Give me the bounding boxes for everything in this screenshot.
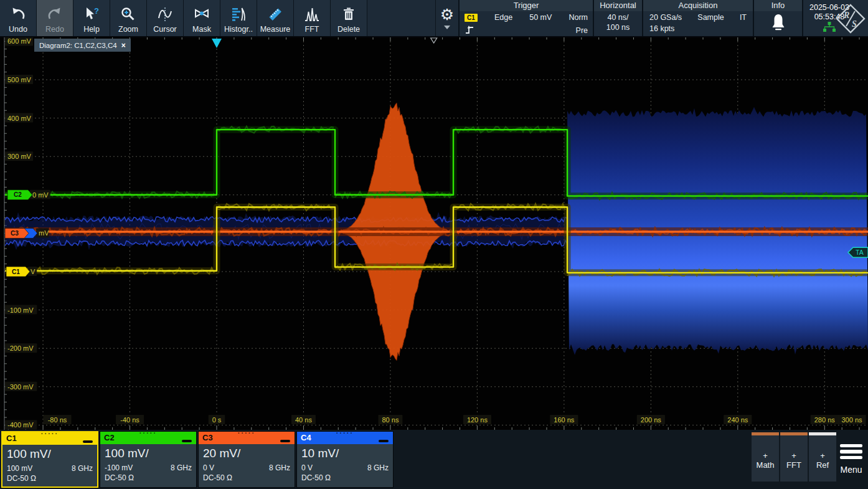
channel-coupling: DC-50 Ω: [105, 473, 192, 482]
undo-button[interactable]: Undo: [0, 0, 37, 36]
y-axis-label-partial: mV: [39, 229, 49, 237]
minimize-button[interactable]: [280, 440, 290, 442]
drag-handle-dots[interactable]: ·····: [199, 429, 295, 437]
x-axis-label: 200 ns: [641, 416, 662, 424]
y-axis-label: 400 mV: [7, 115, 32, 122]
svg-text:?: ?: [94, 6, 99, 16]
undo-icon: [10, 4, 26, 25]
gear-icon: ⚙: [440, 7, 454, 22]
menu-button[interactable]: Menu: [836, 430, 867, 489]
channel-offset: 0 V: [301, 463, 313, 472]
fft-color-bar: [780, 432, 808, 435]
help-button[interactable]: ? Help: [73, 0, 110, 36]
minimize-button[interactable]: [83, 440, 93, 443]
channel-coupling: DC-50 Ω: [7, 474, 93, 483]
channel-bar: C1····· 100 mV/ 100 mV8 GHz DC-50 Ω C2··…: [0, 430, 868, 489]
drag-handle-dots[interactable]: ·····: [297, 429, 393, 437]
toolbar-spacer: [367, 0, 436, 36]
y-axis-label: -200 mV: [7, 344, 34, 352]
x-axis-label: 40 ns: [295, 416, 312, 424]
channel-scale: 100 mV/: [7, 447, 93, 461]
y-axis-label: 500 mV: [7, 76, 32, 83]
rohde-schwarz-logo: RS: [835, 3, 866, 36]
redo-icon: [47, 4, 63, 25]
fft-icon: [304, 4, 320, 25]
x-axis-label: 160 ns: [554, 416, 575, 424]
channel-scale: 10 mV/: [301, 447, 389, 460]
sample-rate: 20 GSa/s: [649, 13, 682, 22]
diagram-tab[interactable]: Diagram2: C1,C2,C3,C4 ×: [34, 39, 131, 52]
cursor-button[interactable]: Cursor: [147, 0, 184, 36]
reference-point-marker[interactable]: [431, 38, 437, 43]
channel-offset: -100 mV: [105, 463, 133, 472]
x-axis-label: 120 ns: [467, 416, 488, 424]
channel-bandwidth: 8 GHz: [269, 463, 290, 472]
y-axis-label: -100 mV: [7, 306, 34, 314]
info-section[interactable]: Info: [754, 0, 803, 36]
close-icon[interactable]: ×: [121, 41, 126, 50]
drag-handle-dots[interactable]: ·····: [100, 429, 196, 437]
drag-handle-dots[interactable]: ·····: [2, 430, 97, 437]
math-color-bar: [752, 432, 779, 435]
measure-ruler-icon: [267, 4, 283, 25]
diagram-tab-label: Diagram2: C1,C2,C3,C4: [39, 42, 117, 49]
add-math-button[interactable]: + Math: [752, 432, 779, 482]
x-axis-label: 80 ns: [382, 416, 399, 424]
waveform-diagram[interactable]: 600 mV500 mV400 mV300 mV-100 mV-200 mV-3…: [0, 37, 868, 430]
x-axis-label: -80 ns: [48, 416, 67, 424]
hamburger-icon: [840, 444, 862, 448]
top-toolbar: Undo Redo ? Help Zoom Cursor Mask: [0, 0, 868, 37]
ref-color-bar: [809, 432, 836, 435]
horizontal-scale: 40 ns/: [607, 13, 628, 22]
delete-button[interactable]: Delete: [331, 0, 367, 36]
svg-text:S: S: [852, 19, 857, 29]
trigger-level-tag-label: TA: [856, 249, 864, 256]
trigger-position-marker[interactable]: [212, 39, 222, 48]
x-axis-label: 300 ns: [841, 416, 862, 424]
y-axis-label: -400 mV: [7, 421, 34, 429]
rising-edge-icon: [465, 24, 474, 37]
redo-button[interactable]: Redo: [37, 0, 73, 36]
channel-badge-c1[interactable]: C1····· 100 mV/ 100 mV8 GHz DC-50 Ω: [1, 431, 98, 488]
channel-marker-label: C1: [12, 268, 20, 275]
y-axis-label: 300 mV: [7, 153, 32, 160]
trigger-section[interactable]: Trigger C1 Edge 50 mV Norm Pre: [460, 0, 594, 36]
add-fft-button[interactable]: + FFT: [780, 432, 808, 482]
zoom-button[interactable]: Zoom: [110, 0, 147, 36]
channel-badge-c2[interactable]: C2····· 100 mV/ -100 mV8 GHz DC-50 Ω: [100, 431, 197, 488]
trigger-header: Trigger: [460, 0, 593, 11]
channel-scale: 100 mV/: [105, 447, 192, 460]
mask-button[interactable]: Mask: [184, 0, 220, 36]
measure-button[interactable]: Measure: [257, 0, 294, 36]
y-axis-label-partial: V: [31, 268, 35, 275]
svg-text:R: R: [843, 11, 849, 20]
x-axis-label: 0 s: [212, 416, 222, 424]
fft-button[interactable]: FFT: [294, 0, 331, 36]
minimize-button[interactable]: [182, 440, 192, 442]
channel-coupling: DC-50 Ω: [301, 473, 389, 482]
y-axis-label-partial: 0 mV: [32, 191, 49, 199]
channel-offset: 100 mV: [7, 464, 32, 473]
channel-bandwidth: 8 GHz: [171, 463, 192, 472]
minimize-button[interactable]: [379, 440, 389, 442]
x-axis-label: -40 ns: [120, 416, 139, 424]
horizontal-section[interactable]: Horizontal 40 ns/ 100 ns: [594, 0, 643, 36]
channel-scale: 20 mV/: [203, 447, 290, 460]
channel-bandwidth: 8 GHz: [72, 464, 93, 473]
y-axis-label: 600 mV: [7, 37, 32, 45]
add-ref-button[interactable]: + Ref: [809, 432, 836, 482]
channel-marker-label: C2: [14, 191, 22, 198]
acquisition-section[interactable]: Acquisition 20 GSa/s Sample IT 16 kpts: [643, 0, 754, 36]
channel-badge-c4[interactable]: C4····· 10 mV/ 0 V8 GHz DC-50 Ω: [296, 431, 394, 488]
trigger-level: 50 mV: [529, 13, 552, 22]
cursor-icon: [157, 4, 173, 25]
clock-section: 2025-06-03 05:53:48 RS: [803, 0, 868, 36]
histogram-button[interactable]: Histogr..: [220, 0, 257, 36]
channel-offset: 0 V: [203, 463, 214, 472]
x-axis-label: 280 ns: [814, 416, 836, 424]
channel-badge-c3[interactable]: C3····· 20 mV/ 0 V8 GHz DC-50 Ω: [198, 431, 295, 488]
trigger-type: Edge: [494, 13, 512, 22]
x-axis-label: 240 ns: [727, 416, 748, 424]
waveform-canvas[interactable]: 600 mV500 mV400 mV300 mV-100 mV-200 mV-3…: [0, 37, 868, 430]
settings-gear-button[interactable]: ⚙: [436, 0, 460, 36]
